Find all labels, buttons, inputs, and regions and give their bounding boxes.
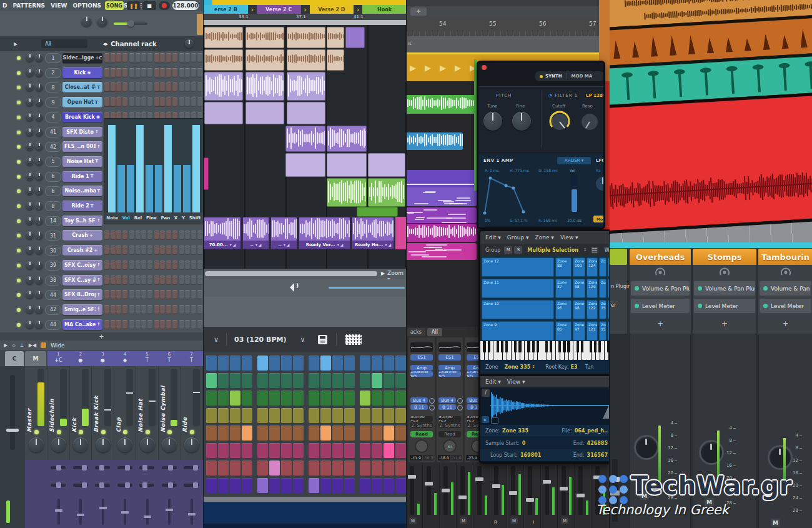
fader-cap[interactable] (442, 489, 450, 492)
pad-cell[interactable] (372, 426, 382, 441)
step-cell[interactable] (111, 320, 116, 329)
step-cell[interactable] (197, 305, 202, 314)
fader-track[interactable] (494, 466, 498, 515)
pad-cell[interactable] (257, 461, 268, 476)
step-cell[interactable] (147, 305, 152, 314)
arrangement-clip[interactable] (287, 49, 325, 71)
step-cell[interactable] (122, 231, 127, 240)
pad-cell[interactable] (344, 408, 355, 423)
step-cell[interactable] (179, 53, 184, 62)
pad-cell[interactable] (360, 461, 370, 476)
channel-filter-select[interactable]: All (41, 39, 87, 48)
channel-pan-knob[interactable] (26, 231, 34, 239)
step-cell[interactable] (116, 246, 121, 255)
fader-strip[interactable] (440, 462, 457, 528)
pad-cell[interactable] (320, 408, 331, 423)
strip-mini-thumb[interactable] (121, 511, 129, 514)
pad-cell[interactable] (257, 426, 268, 441)
h-scrollbar[interactable] (205, 271, 377, 276)
step-cell[interactable] (179, 231, 184, 240)
pad-cell[interactable] (372, 478, 382, 493)
piano-key-white[interactable] (609, 341, 610, 360)
piano-key-black[interactable] (577, 341, 579, 352)
channel-button[interactable]: Smig..e SFX↑ (62, 304, 102, 315)
zone-cell[interactable]: Zone 179 (608, 279, 610, 298)
piano-key-black[interactable] (545, 341, 548, 352)
step-cell[interactable] (136, 261, 141, 270)
eq-thumbnail[interactable] (438, 342, 461, 352)
plugin-enabled-dot[interactable] (698, 286, 702, 291)
zone-cell-main[interactable]: Zone 10 (482, 300, 554, 319)
step-cell[interactable] (172, 305, 177, 314)
step-cell[interactable] (116, 53, 121, 62)
audio-region[interactable] (407, 187, 477, 206)
zone-cell[interactable]: Zone 154 (599, 300, 607, 319)
pad-cell[interactable] (281, 426, 292, 441)
channel-vol-knob[interactable] (35, 261, 43, 269)
cutoff-knob[interactable] (547, 109, 572, 134)
channel-led[interactable] (17, 234, 21, 237)
step-cell[interactable] (160, 246, 165, 255)
step-cell[interactable] (191, 290, 196, 299)
group-mute-button[interactable]: M (504, 246, 512, 254)
channel-vol-knob[interactable] (35, 306, 43, 314)
step-cell[interactable] (122, 276, 127, 285)
pad-cell[interactable] (206, 356, 217, 371)
strip-slider-thumb[interactable] (125, 465, 130, 471)
channel-button[interactable]: Toy S..h SFX↑ (62, 216, 102, 226)
volume-value[interactable]: -11.9 (410, 455, 422, 461)
pad-cell[interactable] (230, 461, 240, 476)
step-cell[interactable] (185, 290, 190, 299)
send-knob-icon[interactable] (457, 405, 463, 411)
fader-track[interactable] (578, 466, 583, 515)
zone-cell[interactable]: Zon.. (599, 279, 607, 298)
root-key-value[interactable]: E3 (570, 364, 577, 370)
channel-pan-knob[interactable] (655, 267, 665, 277)
velocity-bar[interactable] (108, 125, 116, 212)
step-cell[interactable] (122, 290, 127, 299)
bottom-clip[interactable]: 70.00...▾ ◢ (204, 217, 241, 249)
step-cell[interactable] (147, 97, 152, 107)
step-cell[interactable] (160, 320, 165, 329)
step-cell[interactable] (160, 82, 165, 92)
step-cell[interactable] (166, 276, 171, 285)
fader-track[interactable] (528, 466, 532, 515)
pad-cell[interactable] (206, 408, 217, 423)
output-slot[interactable]: Stereo Out (410, 416, 433, 422)
arrangement-clip[interactable] (204, 157, 209, 190)
pad-cell[interactable] (293, 478, 304, 493)
step-cell[interactable] (197, 276, 202, 285)
pad-cell[interactable] (384, 391, 394, 406)
stop-button[interactable]: ■ (142, 1, 156, 10)
big-fader-track[interactable] (10, 375, 15, 450)
record-button[interactable] (159, 1, 170, 10)
step-cell[interactable] (166, 97, 171, 107)
step-cell[interactable] (166, 68, 171, 77)
arrangement-clip[interactable] (245, 27, 284, 48)
channel-pan-knob[interactable] (781, 267, 791, 277)
step-cell[interactable] (191, 231, 196, 240)
step-cell[interactable] (141, 290, 146, 299)
step-cell[interactable] (122, 305, 127, 314)
volume-value[interactable]: -23.9 (466, 455, 478, 461)
zone-cell[interactable]: Zone 179 (608, 300, 610, 319)
pad-cell[interactable] (360, 356, 370, 371)
step-cell[interactable] (179, 82, 184, 92)
graph-editor[interactable]: NoteVelRelFinePanXYShift (104, 119, 203, 224)
arrangement-clip[interactable] (204, 72, 243, 101)
fader-cap[interactable] (560, 487, 568, 491)
arrangement-clip[interactable] (287, 102, 325, 124)
channel-led[interactable] (17, 204, 21, 208)
plugin-enabled-dot[interactable] (698, 304, 702, 308)
graph-tab-x[interactable]: X (174, 216, 177, 221)
channel-number[interactable]: 9 (45, 97, 61, 107)
output-slot[interactable]: Stereo Out (438, 416, 461, 422)
pad-cell[interactable] (395, 408, 406, 423)
strip-slider-thumb[interactable] (168, 482, 173, 488)
velocity-bar[interactable] (192, 125, 200, 212)
step-cell[interactable] (104, 276, 109, 285)
send-slot-1[interactable]: Bus 4 (410, 397, 428, 403)
info-value[interactable]: 169801 (520, 452, 541, 458)
channel-pan-knob[interactable] (720, 267, 730, 277)
pad-cell[interactable] (293, 461, 304, 476)
